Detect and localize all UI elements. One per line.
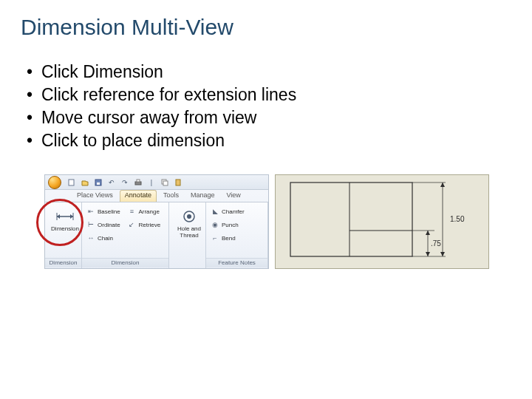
app-orb-icon [48, 176, 61, 189]
ribbon-screenshot: ↶ ↷ | Place Views Annotate Tools Manage … [44, 174, 269, 269]
ordinate-item: ⊢Ordinate [85, 219, 126, 231]
chamfer-icon: ◣ [211, 207, 219, 216]
slide-title: Dimension Multi-View [21, 15, 511, 40]
print-icon [134, 178, 143, 187]
ordinate-icon: ⊢ [86, 220, 95, 229]
svg-point-12 [187, 214, 191, 219]
group-label: Dimension [82, 258, 168, 267]
hole-thread-label: Hole and Thread [172, 226, 206, 239]
quick-access-toolbar: ↶ ↷ | [45, 175, 268, 190]
bullet-text: Move cursor away from view [41, 106, 511, 129]
bullet-text: Click to place dimension [41, 129, 511, 152]
retrieve-item: ↙Retrieve [126, 219, 166, 231]
paste-icon [174, 178, 183, 187]
group-label: Feature Notes [206, 258, 267, 267]
tab-place-views: Place Views [72, 190, 118, 202]
list-item: •Move cursor away from view [27, 106, 511, 129]
bend-item: ⌐Bend [209, 232, 246, 244]
group-dimension-tools: ⇤Baseline ⊢Ordinate ↔Chain ≡Arrange ↙Ret… [82, 202, 169, 268]
list-item: •Click Dimension [27, 61, 511, 83]
dimension-icon [55, 208, 75, 225]
ribbon-tabs: Place Views Annotate Tools Manage View [45, 190, 268, 202]
drawing-svg: 1.50 .75 [276, 175, 490, 270]
ribbon-panel: Dimension Dimension ⇤Baseline ⊢Ordinate … [45, 202, 268, 268]
group-label: Dimension [45, 258, 81, 267]
open-icon [81, 178, 89, 187]
svg-rect-6 [163, 181, 168, 185]
bend-icon: ⌐ [211, 233, 219, 242]
group-feature-notes: ◣Chamfer ◉Punch ⌐Bend Feature Notes [206, 202, 268, 268]
baseline-icon: ⇤ [86, 207, 95, 216]
drawing-figure: 1.50 .75 [275, 174, 489, 269]
dim-value-1: 1.50 [450, 215, 465, 223]
retrieve-icon: ↙ [127, 220, 136, 229]
tab-view: View [221, 190, 245, 202]
group-dimension-main: Dimension Dimension [45, 202, 82, 268]
svg-rect-0 [69, 180, 74, 185]
svg-rect-3 [135, 182, 141, 185]
dimension-button: Dimension [48, 205, 82, 250]
group-hole-thread: Hole and Thread [169, 202, 206, 268]
dimension-label: Dimension [51, 226, 79, 232]
list-item: •Click reference for extension lines [27, 83, 511, 106]
tab-annotate: Annotate [120, 190, 157, 202]
chamfer-item: ◣Chamfer [209, 205, 246, 217]
dim-value-2: .75 [431, 239, 441, 248]
svg-rect-13 [290, 183, 412, 256]
hole-thread-icon [180, 208, 199, 225]
punch-item: ◉Punch [209, 219, 246, 231]
list-item: •Click to place dimension [27, 129, 511, 152]
copy-icon [160, 178, 169, 187]
chain-icon: ↔ [86, 233, 95, 242]
tab-tools: Tools [158, 190, 184, 202]
arrange-item: ≡Arrange [126, 205, 166, 217]
svg-rect-2 [97, 183, 100, 185]
chain-item: ↔Chain [85, 232, 126, 244]
hole-thread-button: Hole and Thread [172, 205, 206, 250]
bullet-text: Click reference for extension lines [41, 83, 511, 106]
bullet-text: Click Dimension [41, 61, 511, 83]
baseline-item: ⇤Baseline [85, 205, 126, 217]
tab-manage: Manage [185, 190, 220, 202]
svg-rect-4 [137, 180, 140, 182]
redo-icon: ↷ [120, 178, 129, 187]
svg-rect-7 [176, 180, 180, 185]
undo-icon: ↶ [107, 178, 116, 187]
separator-icon: | [147, 178, 156, 187]
bullet-list: •Click Dimension •Click reference for ex… [21, 61, 511, 152]
save-icon [94, 178, 103, 187]
new-icon [67, 178, 76, 187]
arrange-icon: ≡ [127, 207, 136, 216]
punch-icon: ◉ [211, 220, 219, 229]
